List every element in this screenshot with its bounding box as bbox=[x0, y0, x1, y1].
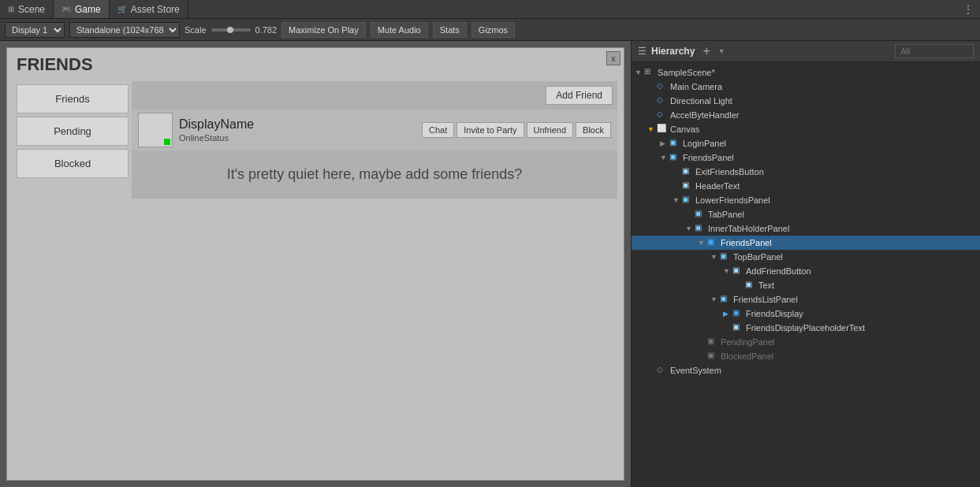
tree-item-inner-tab-holder[interactable]: ▼ ▣ InnerTabHolderPanel bbox=[632, 221, 980, 236]
hierarchy-title: Hierarchy bbox=[651, 46, 695, 57]
tree-item-friends-panel[interactable]: ▼ ▣ FriendsPanel bbox=[632, 151, 980, 165]
tree-label: Canvas bbox=[670, 125, 699, 134]
tab-game[interactable]: 🎮 Game bbox=[54, 0, 110, 18]
chat-button[interactable]: Chat bbox=[422, 122, 454, 138]
friends-empty-message: It's pretty quiet here, maybe add some f… bbox=[132, 151, 617, 199]
tree-label: FriendsPanel bbox=[683, 153, 734, 162]
hierarchy-search-input[interactable] bbox=[895, 44, 974, 58]
tab-scene-label: Scene bbox=[18, 4, 45, 15]
tree-item-event-system[interactable]: ◇ EventSystem bbox=[632, 363, 980, 377]
arrow-icon: ▶ bbox=[723, 310, 732, 318]
tree-item-exit-friends-btn[interactable]: ▣ ExitFriendsButton bbox=[632, 165, 980, 179]
hierarchy-icon: ☰ bbox=[638, 46, 647, 57]
tree-item-add-friend-button[interactable]: ▼ ▣ AddFriendButton bbox=[632, 264, 980, 278]
panel-icon: ▣ bbox=[669, 152, 680, 163]
display-select[interactable]: Display 1 bbox=[5, 22, 65, 38]
tree-label: SampleScene* bbox=[658, 68, 715, 77]
close-friends-button[interactable]: x bbox=[606, 51, 620, 65]
btn-icon: ▣ bbox=[732, 266, 743, 277]
game-toolbar: Display 1 Standalone (1024x768) Scale 0.… bbox=[0, 19, 980, 41]
friends-body: Friends Pending Blocked Add Friend bbox=[13, 81, 617, 199]
panel-icon: ▣ bbox=[695, 223, 706, 234]
gizmos-button[interactable]: Gizmos bbox=[471, 22, 515, 38]
mute-audio-button[interactable]: Mute Audio bbox=[371, 22, 428, 38]
friends-content: Add Friend DisplayName OnlineStatus Chat bbox=[132, 81, 617, 199]
online-indicator bbox=[164, 139, 170, 145]
panel-icon: ▣ bbox=[720, 251, 731, 262]
tree-item-friends-panel-inner[interactable]: ▼ ▣ FriendsPanel bbox=[632, 236, 980, 250]
main-area: x FRIENDS Friends Pending Blocked Add Fr… bbox=[0, 41, 980, 487]
tree-item-header-text[interactable]: ▣ HeaderText bbox=[632, 179, 980, 193]
tree-item-text-node[interactable]: ▣ Text bbox=[632, 278, 980, 292]
tree-label: BlockedPanel bbox=[721, 351, 773, 361]
tree-label: TopBarPanel bbox=[733, 252, 783, 262]
tree-item-top-bar-panel[interactable]: ▼ ▣ TopBarPanel bbox=[632, 250, 980, 264]
scene-icon: ⊞ bbox=[644, 67, 655, 78]
tree-item-accel-byte-handler[interactable]: ◇ AccelByteHandler bbox=[632, 108, 980, 122]
tree-item-tab-panel[interactable]: ▣ TabPanel bbox=[632, 207, 980, 221]
go-icon: ◇ bbox=[657, 95, 668, 106]
invite-party-button[interactable]: Invite to Party bbox=[456, 122, 524, 138]
tree-item-friends-display[interactable]: ▶ ▣ FriendsDisplay bbox=[632, 307, 980, 321]
btn-icon: ▣ bbox=[682, 166, 693, 177]
canvas-icon: ⬜ bbox=[657, 124, 668, 135]
hierarchy-add-button[interactable]: + bbox=[699, 44, 713, 58]
friend-list-item: DisplayName OnlineStatus Chat Invite to … bbox=[132, 110, 617, 151]
tab-asset-store[interactable]: 🛒 Asset Store bbox=[110, 0, 188, 18]
scene-icon: ⊞ bbox=[8, 5, 14, 13]
friend-info: DisplayName OnlineStatus bbox=[179, 117, 254, 143]
friends-ui-panel: x FRIENDS Friends Pending Blocked Add Fr… bbox=[6, 47, 624, 481]
friends-tab-button[interactable]: Friends bbox=[17, 84, 129, 113]
panel-icon: ▣ bbox=[682, 195, 693, 206]
friends-title: FRIENDS bbox=[7, 48, 624, 81]
tree-label: FriendsDisplay bbox=[746, 309, 803, 318]
resolution-select[interactable]: Standalone (1024x768) bbox=[69, 22, 180, 38]
arrow-icon: ▼ bbox=[660, 154, 669, 162]
friends-topbar: Add Friend bbox=[132, 81, 617, 110]
scale-thumb bbox=[227, 27, 233, 33]
friend-status: OnlineStatus bbox=[179, 133, 254, 143]
tree-item-sample-scene[interactable]: ▼ ⊞ SampleScene* bbox=[632, 65, 980, 80]
friends-sidebar: Friends Pending Blocked bbox=[13, 81, 132, 199]
tree-item-friends-list-panel[interactable]: ▼ ▣ FriendsListPanel bbox=[632, 292, 980, 307]
go-icon: ◇ bbox=[657, 81, 668, 92]
tree-item-friends-display-placeholder[interactable]: ▣ FriendsDisplayPlaceholderText bbox=[632, 321, 980, 335]
display-icon: ▣ bbox=[732, 308, 743, 319]
tree-label: EventSystem bbox=[670, 366, 721, 375]
add-friend-button[interactable]: Add Friend bbox=[546, 86, 613, 105]
tree-label: LoginPanel bbox=[683, 139, 726, 148]
tree-item-directional-light[interactable]: ◇ Directional Light bbox=[632, 94, 980, 108]
arrow-icon: ▼ bbox=[685, 225, 695, 232]
tree-item-canvas[interactable]: ▼ ⬜ Canvas bbox=[632, 122, 980, 136]
scale-slider[interactable] bbox=[211, 28, 251, 32]
stats-button[interactable]: Stats bbox=[433, 22, 467, 38]
pending-tab-button[interactable]: Pending bbox=[17, 117, 129, 146]
arrow-icon: ▼ bbox=[635, 69, 644, 76]
arrow-icon: ▶ bbox=[660, 139, 669, 147]
maximize-on-play-button[interactable]: Maximize On Play bbox=[281, 22, 366, 38]
tree-item-login-panel[interactable]: ▶ ▣ LoginPanel bbox=[632, 136, 980, 151]
tree-item-blocked-panel[interactable]: ▣ BlockedPanel bbox=[632, 349, 980, 363]
hierarchy-panel: ☰ Hierarchy + ▼ ▼ ⊞ SampleScene* ◇ Main … bbox=[631, 41, 980, 487]
text-icon: ▣ bbox=[745, 280, 756, 291]
tree-label: Text bbox=[758, 281, 774, 290]
hierarchy-add-arrow: ▼ bbox=[718, 47, 725, 55]
tree-item-main-camera[interactable]: ◇ Main Camera bbox=[632, 80, 980, 94]
unfriend-button[interactable]: Unfriend bbox=[527, 122, 574, 138]
tree-label: PendingPanel bbox=[721, 337, 775, 347]
friend-display-name: DisplayName bbox=[179, 117, 254, 132]
go-icon: ◇ bbox=[657, 110, 668, 121]
blocked-tab-button[interactable]: Blocked bbox=[17, 149, 129, 178]
tab-more-button[interactable]: ⋮ bbox=[956, 3, 980, 16]
arrow-icon: ▼ bbox=[698, 239, 707, 247]
scale-value: 0.782 bbox=[255, 25, 278, 35]
tab-scene[interactable]: ⊞ Scene bbox=[0, 0, 54, 18]
tree-item-pending-panel[interactable]: ▣ PendingPanel bbox=[632, 335, 980, 349]
panel-icon: ▣ bbox=[707, 237, 718, 248]
friend-actions: Chat Invite to Party Unfriend Block bbox=[422, 122, 611, 138]
block-button[interactable]: Block bbox=[576, 122, 611, 138]
tab-game-label: Game bbox=[75, 4, 101, 15]
tree-item-lower-friends-panel[interactable]: ▼ ▣ LowerFriendsPanel bbox=[632, 193, 980, 207]
tab-asset-store-label: Asset Store bbox=[131, 4, 180, 15]
arrow-icon: ▼ bbox=[710, 296, 720, 303]
